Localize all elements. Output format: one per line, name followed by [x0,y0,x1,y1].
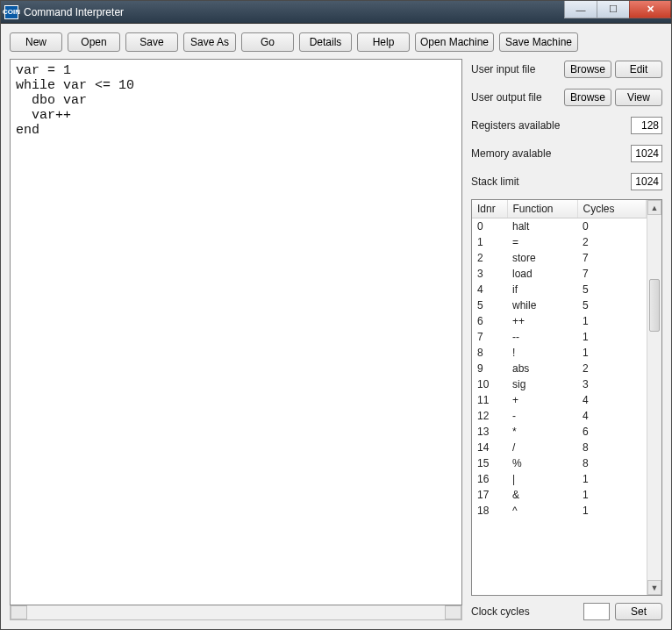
table-cell: 7 [577,250,647,266]
table-cell: 3 [472,266,507,282]
table-row[interactable]: 15%8 [472,455,647,471]
table-cell: 0 [472,218,507,235]
table-row[interactable]: 1=2 [472,234,647,250]
window-controls: — ☐ ✕ [565,1,671,23]
main-split: User input file Browse Edit User output … [10,59,662,620]
table-cell: 4 [577,392,647,408]
table-cell: 5 [472,297,507,313]
table-cell: 13 [472,424,507,440]
col-cycles[interactable]: Cycles [577,200,647,218]
table-row[interactable]: 6++1 [472,313,647,329]
table-row[interactable]: 7--1 [472,329,647,345]
table-cell: store [507,250,577,266]
save-as-button[interactable]: Save As [183,32,236,52]
close-icon: ✕ [647,4,654,15]
maximize-icon: ☐ [609,4,618,15]
table-cell: 9 [472,361,507,376]
table-row[interactable]: 5while5 [472,297,647,313]
table-row[interactable]: 2store7 [472,250,647,266]
col-function[interactable]: Function [507,200,577,218]
table-cell: 4 [472,282,507,297]
open-button[interactable]: Open [68,32,120,52]
table-cell: 1 [472,234,507,250]
table-cell: | [507,471,577,487]
function-table: Idnr Function Cycles 0halt01=22store73lo… [472,200,647,519]
minimize-button[interactable]: — [564,1,597,18]
table-row[interactable]: 0halt0 [472,218,647,235]
new-button[interactable]: New [10,32,62,52]
user-output-browse-button[interactable]: Browse [564,89,611,106]
table-row[interactable]: 12-4 [472,408,647,424]
open-machine-button[interactable]: Open Machine [415,32,494,52]
table-cell: 6 [472,313,507,329]
table-cell: 12 [472,408,507,424]
table-cell: load [507,266,577,282]
maximize-button[interactable]: ☐ [597,1,630,18]
table-cell: 5 [577,297,647,313]
table-cell: 7 [577,266,647,282]
stack-input[interactable] [631,173,662,190]
table-cell: * [507,424,577,440]
table-row[interactable]: 8!1 [472,345,647,361]
table-cell: 1 [577,487,647,503]
table-row[interactable]: 13*6 [472,424,647,440]
table-cell: & [507,487,577,503]
titlebar[interactable]: COIN Command Interpreter — ☐ ✕ [1,1,671,24]
clock-row: Clock cycles Set [471,603,662,620]
clock-input[interactable] [583,603,610,620]
editor-horizontal-scrollbar[interactable] [10,605,462,620]
save-button[interactable]: Save [125,32,178,52]
table-cell: if [507,282,577,297]
table-row[interactable]: 16|1 [472,471,647,487]
col-idnr[interactable]: Idnr [472,200,507,218]
user-input-edit-button[interactable]: Edit [615,61,662,78]
save-machine-button[interactable]: Save Machine [499,32,578,52]
table-cell: 8 [577,440,647,455]
user-output-view-button[interactable]: View [615,89,662,106]
table-cell: % [507,455,577,471]
registers-row: Registers available [471,115,662,136]
table-cell: 1 [577,503,647,519]
set-button[interactable]: Set [615,603,662,620]
table-vertical-scrollbar[interactable]: ▲ ▼ [647,200,661,595]
table-cell: / [507,440,577,455]
table-cell: 2 [472,250,507,266]
user-input-browse-button[interactable]: Browse [564,61,611,78]
memory-input[interactable] [631,145,662,162]
stack-row: Stack limit [471,171,662,192]
scroll-down-icon[interactable]: ▼ [647,580,661,595]
table-cell: while [507,297,577,313]
scroll-thumb[interactable] [649,279,660,332]
table-row[interactable]: 17&1 [472,487,647,503]
details-button[interactable]: Details [299,32,352,52]
go-button[interactable]: Go [241,32,294,52]
memory-label: Memory avalable [471,147,627,160]
scroll-up-icon[interactable]: ▲ [647,200,661,215]
table-cell: 11 [472,392,507,408]
table-row[interactable]: 9abs2 [472,361,647,376]
table-cell: 8 [577,455,647,471]
registers-input[interactable] [631,117,662,134]
minimize-icon: — [576,4,586,15]
table-row[interactable]: 14/8 [472,440,647,455]
table-cell: 3 [577,376,647,392]
table-cell: ! [507,345,577,361]
table-row[interactable]: 11+4 [472,392,647,408]
client-area: New Open Save Save As Go Details Help Op… [1,24,671,629]
table-cell: 17 [472,487,507,503]
toolbar: New Open Save Save As Go Details Help Op… [10,32,662,52]
table-row[interactable]: 18^1 [472,503,647,519]
function-table-scroll[interactable]: Idnr Function Cycles 0halt01=22store73lo… [472,200,647,595]
close-button[interactable]: ✕ [629,1,671,18]
table-row[interactable]: 4if5 [472,282,647,297]
table-row[interactable]: 3load7 [472,266,647,282]
editor-panel [10,59,462,620]
table-cell: 16 [472,471,507,487]
table-row[interactable]: 10sig3 [472,376,647,392]
code-editor[interactable] [10,59,462,605]
table-cell: 4 [577,408,647,424]
table-cell: + [507,392,577,408]
table-cell: 18 [472,503,507,519]
table-cell: - [507,408,577,424]
help-button[interactable]: Help [357,32,410,52]
